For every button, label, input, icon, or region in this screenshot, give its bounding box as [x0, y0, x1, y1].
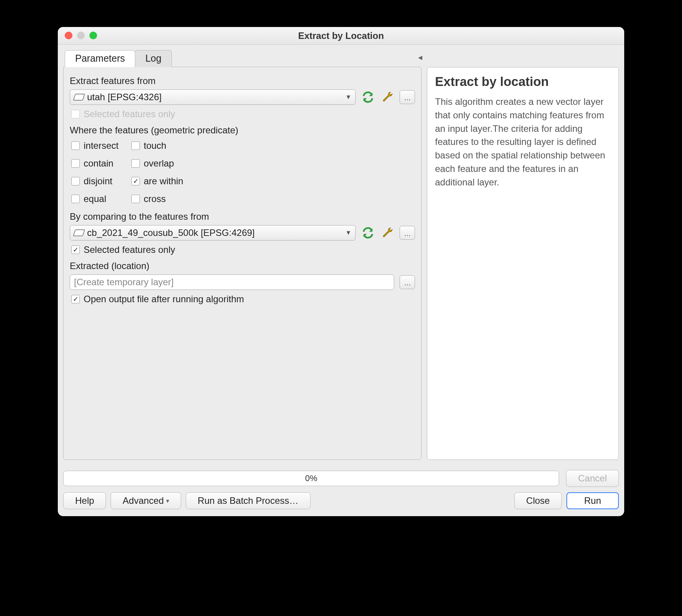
layer-icon — [73, 229, 85, 236]
help-body: This algorithm creates a new vector laye… — [435, 95, 611, 189]
close-window-icon[interactable] — [65, 32, 72, 39]
left-pane: Parameters Log ◂ Extract features from u… — [63, 50, 422, 460]
tab-log[interactable]: Log — [135, 50, 172, 67]
advanced-options-button[interactable] — [380, 226, 394, 240]
open-after-row: ✓ Open output file after running algorit… — [71, 294, 415, 305]
predicate-equal-checkbox[interactable] — [71, 195, 80, 203]
output-header-label: Extracted (location) — [70, 261, 415, 271]
selected-only-source-label: Selected features only — [84, 109, 175, 119]
output-path-input[interactable]: [Create temporary layer] — [70, 274, 394, 290]
predicate-contain-label: contain — [84, 158, 113, 169]
predicate-are-within-label: are within — [144, 176, 183, 187]
output-placeholder: [Create temporary layer] — [74, 277, 174, 288]
tab-parameters[interactable]: Parameters — [65, 50, 135, 67]
predicate-disjoint-checkbox[interactable] — [71, 177, 80, 185]
selected-only-compare-label: Selected features only — [84, 244, 175, 255]
chevron-down-icon: ▼ — [345, 229, 351, 236]
browse-output-button[interactable]: … — [400, 275, 415, 289]
compare-to-value: cb_2021_49_cousub_500k [EPSG:4269] — [87, 227, 255, 238]
predicate-intersect-checkbox[interactable] — [71, 141, 80, 150]
help-pane: Extract by location This algorithm creat… — [427, 67, 619, 460]
zoom-window-icon[interactable] — [89, 32, 97, 39]
compare-to-label: By comparing to the features from — [70, 211, 415, 222]
dialog-window: Extract by Location Parameters Log ◂ Ext… — [58, 27, 624, 516]
cancel-button: Cancel — [566, 470, 619, 487]
predicate-touch-checkbox[interactable] — [131, 141, 140, 150]
browse-compare-button[interactable]: … — [400, 226, 415, 240]
run-button[interactable]: Run — [566, 492, 619, 509]
layer-icon — [73, 94, 85, 101]
predicate-grid: intersect touch contain overlap disjoint… — [71, 140, 413, 204]
tabstrip: Parameters Log — [65, 50, 422, 67]
iterate-features-button[interactable] — [361, 90, 375, 104]
advanced-options-button[interactable] — [380, 90, 394, 104]
predicate-intersect-label: intersect — [84, 140, 119, 151]
parameters-panel: Extract features from utah [EPSG:4326] ▼ — [63, 67, 422, 460]
traffic-lights — [65, 32, 97, 39]
chevron-down-icon: ▼ — [345, 94, 351, 101]
dialog-body: Parameters Log ◂ Extract features from u… — [58, 45, 624, 516]
run-batch-button[interactable]: Run as Batch Process… — [186, 492, 310, 509]
predicate-contain-checkbox[interactable] — [71, 159, 80, 168]
progress-text: 0% — [305, 473, 317, 483]
selected-only-source-row: Selected features only — [71, 109, 415, 119]
predicate-overlap-label: overlap — [144, 158, 174, 169]
predicate-touch-label: touch — [144, 140, 166, 151]
browse-source-button[interactable]: … — [400, 90, 415, 104]
iterate-features-button[interactable] — [361, 226, 375, 240]
selected-only-source-checkbox — [71, 110, 80, 118]
extract-from-combo[interactable]: utah [EPSG:4326] ▼ — [70, 89, 356, 105]
predicate-equal-label: equal — [84, 194, 106, 204]
titlebar: Extract by Location — [58, 27, 624, 45]
open-after-checkbox[interactable]: ✓ — [71, 295, 80, 303]
window-title: Extract by Location — [298, 30, 384, 41]
selected-only-compare-row: ✓ Selected features only — [71, 244, 415, 255]
predicate-header-label: Where the features (geometric predicate) — [70, 125, 415, 136]
help-title: Extract by location — [435, 74, 611, 89]
selected-only-compare-checkbox[interactable]: ✓ — [71, 246, 80, 254]
compare-to-combo[interactable]: cb_2021_49_cousub_500k [EPSG:4269] ▼ — [70, 225, 356, 241]
minimize-window-icon[interactable] — [77, 32, 85, 39]
help-button[interactable]: Help — [63, 492, 106, 509]
advanced-button[interactable]: Advanced — [111, 492, 181, 509]
open-after-label: Open output file after running algorithm — [84, 294, 244, 305]
predicate-cross-label: cross — [144, 194, 166, 204]
predicate-cross-checkbox[interactable] — [131, 195, 140, 203]
progress-bar: 0% — [63, 471, 559, 486]
predicate-disjoint-label: disjoint — [84, 176, 113, 187]
collapse-help-icon[interactable]: ◂ — [418, 52, 422, 62]
close-button[interactable]: Close — [514, 492, 562, 509]
predicate-are-within-checkbox[interactable]: ✓ — [131, 177, 140, 185]
extract-from-value: utah [EPSG:4326] — [87, 92, 161, 103]
extract-from-label: Extract features from — [70, 76, 415, 86]
predicate-overlap-checkbox[interactable] — [131, 159, 140, 168]
